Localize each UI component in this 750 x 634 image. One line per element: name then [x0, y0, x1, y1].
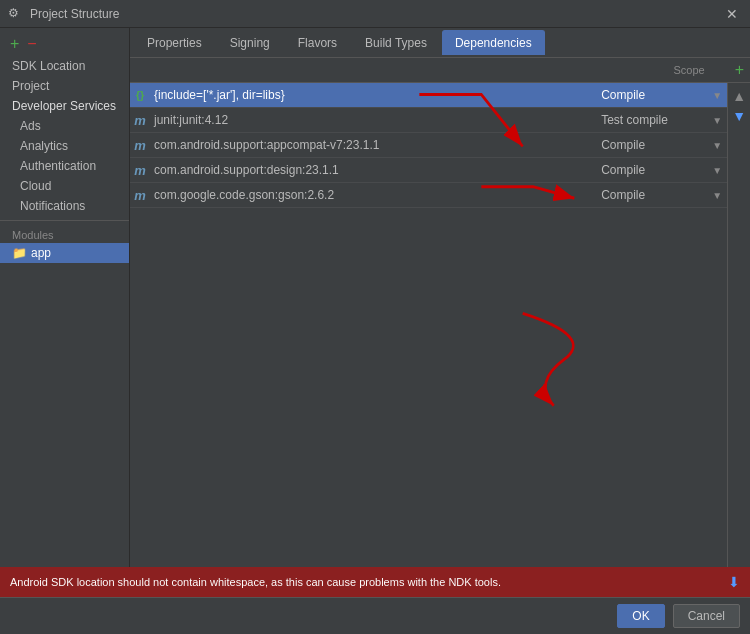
- sidebar: + − SDK Location Project Developer Servi…: [0, 28, 130, 567]
- dep-row-2-scope: Test compile: [597, 108, 707, 132]
- sidebar-item-app[interactable]: 📁 app: [0, 243, 129, 263]
- dep-move-down-button[interactable]: ▼: [730, 107, 748, 125]
- dep-move-up-button[interactable]: ▲: [730, 87, 748, 105]
- dep-row-2[interactable]: m junit:junit:4.12 Test compile ▼: [130, 108, 727, 133]
- action-bar: OK Cancel: [0, 597, 750, 634]
- dep-row-4[interactable]: m com.android.support:design:23.1.1 Comp…: [130, 158, 727, 183]
- sidebar-item-sdk-location[interactable]: SDK Location: [0, 56, 129, 76]
- modules-section-label: Modules: [0, 220, 129, 243]
- window-title: Project Structure: [30, 7, 722, 21]
- app-icon: ⚙: [8, 6, 24, 22]
- status-message: Android SDK location should not contain …: [10, 576, 720, 588]
- dep-row-5-icon: m: [130, 188, 150, 203]
- dep-row-2-icon: m: [130, 113, 150, 128]
- title-bar: ⚙ Project Structure ✕: [0, 0, 750, 28]
- dep-table: {} {include=['*.jar'], dir=libs} Compile…: [130, 83, 727, 567]
- dep-table-header: Scope +: [130, 58, 750, 83]
- sidebar-item-notifications[interactable]: Notifications: [0, 196, 129, 216]
- tab-build-types[interactable]: Build Types: [352, 30, 440, 55]
- dep-row-3-icon: m: [130, 138, 150, 153]
- status-bar: Android SDK location should not contain …: [0, 567, 750, 597]
- dep-row-5-dropdown-icon[interactable]: ▼: [707, 190, 727, 201]
- dep-row-2-scope-cell: Test compile ▼: [587, 108, 727, 132]
- dep-row-3-scope-cell: Compile ▼: [587, 133, 727, 157]
- dep-add-button[interactable]: +: [729, 62, 750, 78]
- dep-row-4-scope-cell: Compile ▼: [587, 158, 727, 182]
- main-panel: Properties Signing Flavors Build Types D…: [130, 28, 750, 567]
- tab-signing[interactable]: Signing: [217, 30, 283, 55]
- dep-row-3-scope: Compile: [597, 133, 707, 157]
- dep-row-1-dropdown-icon[interactable]: ▼: [707, 90, 727, 101]
- dep-row-3-dropdown-icon[interactable]: ▼: [707, 140, 727, 151]
- app-folder-icon: 📁: [12, 246, 27, 260]
- main-container: + − SDK Location Project Developer Servi…: [0, 28, 750, 634]
- dep-row-2-name: junit:junit:4.12: [150, 108, 587, 132]
- sidebar-item-authentication[interactable]: Authentication: [0, 156, 129, 176]
- dep-row-3-name: com.android.support:appcompat-v7:23.1.1: [150, 133, 587, 157]
- dep-row-4-name: com.android.support:design:23.1.1: [150, 158, 587, 182]
- dep-row-5-scope-cell: Compile ▼: [587, 183, 727, 207]
- content-area: + − SDK Location Project Developer Servi…: [0, 28, 750, 567]
- sidebar-actions: + −: [0, 32, 129, 56]
- dep-side-buttons: ▲ ▼: [727, 83, 750, 567]
- tab-dependencies[interactable]: Dependencies: [442, 30, 545, 55]
- sidebar-item-developer-services[interactable]: Developer Services: [0, 96, 129, 116]
- sidebar-item-cloud[interactable]: Cloud: [0, 176, 129, 196]
- dependencies-content: Scope + {} {include=['*.jar'], dir=libs}…: [130, 58, 750, 567]
- dep-col-scope-header: Scope: [589, 64, 729, 76]
- dep-row-4-dropdown-icon[interactable]: ▼: [707, 165, 727, 176]
- dep-row-1-name: {include=['*.jar'], dir=libs}: [150, 83, 587, 107]
- sidebar-remove-button[interactable]: −: [25, 36, 38, 52]
- dep-row-5[interactable]: m com.google.code.gson:gson:2.6.2 Compil…: [130, 183, 727, 208]
- ok-button[interactable]: OK: [617, 604, 664, 628]
- status-download-button[interactable]: ⬇: [728, 574, 740, 590]
- sidebar-add-button[interactable]: +: [8, 36, 21, 52]
- dep-row-3[interactable]: m com.android.support:appcompat-v7:23.1.…: [130, 133, 727, 158]
- dep-row-1-scope-cell: Compile ▼: [587, 83, 727, 107]
- dep-row-1-scope: Compile: [597, 83, 707, 107]
- dep-row-1-icon: {}: [130, 89, 150, 101]
- dep-row-5-scope: Compile: [597, 183, 707, 207]
- dep-row-4-scope: Compile: [597, 158, 707, 182]
- close-button[interactable]: ✕: [722, 6, 742, 22]
- dep-row-5-name: com.google.code.gson:gson:2.6.2: [150, 183, 587, 207]
- dep-row-4-icon: m: [130, 163, 150, 178]
- dep-row-2-dropdown-icon[interactable]: ▼: [707, 115, 727, 126]
- sidebar-item-analytics[interactable]: Analytics: [0, 136, 129, 156]
- tabs-bar: Properties Signing Flavors Build Types D…: [130, 28, 750, 58]
- dep-table-wrapper: {} {include=['*.jar'], dir=libs} Compile…: [130, 83, 750, 567]
- sidebar-item-ads[interactable]: Ads: [0, 116, 129, 136]
- sidebar-item-project[interactable]: Project: [0, 76, 129, 96]
- dep-row-1[interactable]: {} {include=['*.jar'], dir=libs} Compile…: [130, 83, 727, 108]
- tab-flavors[interactable]: Flavors: [285, 30, 350, 55]
- cancel-button[interactable]: Cancel: [673, 604, 740, 628]
- tab-properties[interactable]: Properties: [134, 30, 215, 55]
